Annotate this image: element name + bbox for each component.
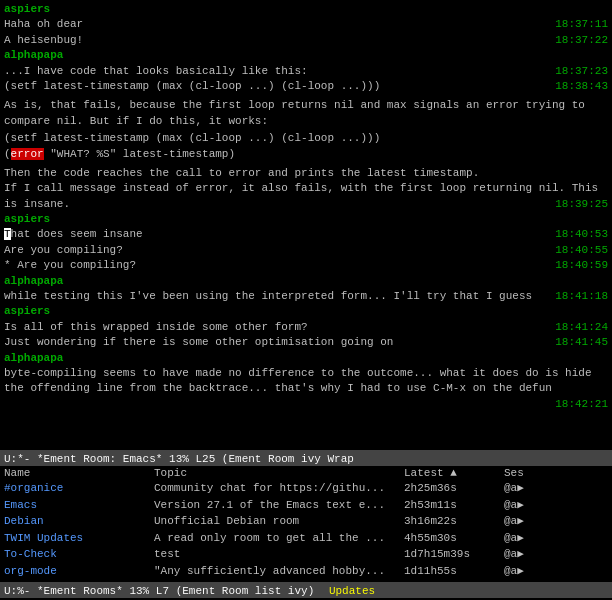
- chat-message: * Are you compiling? 18:40:59: [4, 258, 608, 273]
- room-name[interactable]: #organice: [4, 480, 154, 497]
- room-list-area: Name Topic Latest ▲ Ses #organice Commun…: [0, 466, 612, 582]
- chat-message-username: aspiers: [4, 304, 608, 319]
- room-topic: Unofficial Debian room: [154, 513, 404, 530]
- room-link[interactable]: Debian: [4, 515, 44, 527]
- timestamp: 18:37:23: [555, 64, 608, 79]
- room-topic: [154, 579, 404, 582]
- code-before: (: [4, 148, 11, 160]
- code-text: (setf latest-timestamp (max (cl-loop ...…: [4, 132, 380, 144]
- timestamp: 18:40:55: [555, 243, 608, 258]
- room-latest: 4h55m30s: [404, 530, 504, 547]
- chat-code-line: (setf latest-timestamp (max (cl-loop ...…: [4, 79, 608, 94]
- list-item[interactable]: Emacs Version 27.1 of the Emacs text e..…: [0, 497, 612, 514]
- room-topic: "Any sufficiently advanced hobby...: [154, 563, 404, 580]
- room-name[interactable]: !xbfPHSTwPySgaIeJnz:ma...: [4, 579, 154, 582]
- chat-message-username: aspiers: [4, 2, 608, 17]
- room-name[interactable]: Debian: [4, 513, 154, 530]
- room-latest: 2d3h52m31s: [404, 579, 504, 582]
- col-header-topic: Topic: [154, 467, 404, 479]
- message-text: A heisenbug!: [4, 34, 83, 46]
- chat-message-username: alphapapa: [4, 351, 608, 366]
- modeline-top: U:*- *Ement Room: Emacs* 13% L25 (Ement …: [0, 450, 612, 466]
- room-ses: @a▶: [504, 480, 564, 497]
- list-item[interactable]: To-Check test 1d7h15m39s @a▶: [0, 546, 612, 563]
- chat-message: Are you compiling? 18:40:55: [4, 243, 608, 258]
- room-link[interactable]: #organice: [4, 482, 63, 494]
- list-item[interactable]: org-mode "Any sufficiently advanced hobb…: [0, 563, 612, 580]
- chat-message: byte-compiling seems to have made no dif…: [4, 366, 608, 397]
- username-alphapapa: alphapapa: [4, 352, 63, 364]
- message-text: hat does seem insane: [11, 228, 143, 240]
- chat-message: Just wondering if there is some other op…: [4, 335, 608, 350]
- message-text: byte-compiling seems to have made no dif…: [4, 367, 592, 394]
- timestamp: 18:38:43: [555, 79, 608, 94]
- modeline-bottom: U:%- *Ement Rooms* 13% L7 (Ement Room li…: [0, 582, 612, 598]
- message-text: Then the code reaches the call to error …: [4, 167, 479, 179]
- room-latest: 1d11h55s: [404, 563, 504, 580]
- room-ses: @a▶: [504, 513, 564, 530]
- message-text: Haha oh dear: [4, 18, 83, 30]
- room-link[interactable]: !xbfPHSTwPySgaIeJnz:ma...: [4, 581, 169, 582]
- timestamp: 18:41:24: [555, 320, 608, 335]
- chat-message-username: alphapapa: [4, 274, 608, 289]
- room-ses: @a▶: [504, 563, 564, 580]
- updates-label: Updates: [329, 585, 375, 597]
- username-alphapapa: alphapapa: [4, 49, 63, 61]
- message-text: If I call message instead of error, it a…: [4, 182, 598, 209]
- room-ses: @a▶: [504, 497, 564, 514]
- chat-message: As is, that fails, because the first loo…: [4, 98, 608, 129]
- chat-message: If I call message instead of error, it a…: [4, 181, 608, 212]
- room-latest: 2h25m36s: [404, 480, 504, 497]
- room-topic: Community chat for https://githu...: [154, 480, 404, 497]
- list-item[interactable]: TWIM Updates A read only room to get all…: [0, 530, 612, 547]
- modeline-top-text: U:*- *Ement Room: Emacs* 13% L25 (Ement …: [4, 453, 354, 465]
- error-word: error: [11, 148, 44, 160]
- room-topic: test: [154, 546, 404, 563]
- timestamp: 18:40:59: [555, 258, 608, 273]
- room-topic: A read only room to get all the ...: [154, 530, 404, 547]
- room-name[interactable]: To-Check: [4, 546, 154, 563]
- room-ses: @a▶: [504, 579, 564, 582]
- modeline-bottom-text: U:%- *Ement Rooms* 13% L7 (Ement Room li…: [4, 585, 314, 597]
- timestamp: 18:40:53: [555, 227, 608, 242]
- list-item[interactable]: !xbfPHSTwPySgaIeJnz:ma... 2d3h52m31s @a▶: [0, 579, 612, 582]
- timestamp: 18:37:22: [555, 33, 608, 48]
- chat-message: Is all of this wrapped inside some other…: [4, 320, 608, 335]
- room-name[interactable]: TWIM Updates: [4, 530, 154, 547]
- username-alphapapa: alphapapa: [4, 275, 63, 287]
- timestamp: 18:39:25: [555, 197, 608, 212]
- list-item[interactable]: Debian Unofficial Debian room 3h16m22s @…: [0, 513, 612, 530]
- chat-message-username: alphapapa: [4, 48, 608, 63]
- col-header-latest: Latest ▲: [404, 467, 504, 479]
- list-item[interactable]: #organice Community chat for https://git…: [0, 480, 612, 497]
- chat-error-line: (error "WHAT? %S" latest-timestamp): [4, 147, 608, 162]
- room-topic: Version 27.1 of the Emacs text e...: [154, 497, 404, 514]
- room-name[interactable]: Emacs: [4, 497, 154, 514]
- room-list-header: Name Topic Latest ▲ Ses: [0, 466, 612, 480]
- code-text: (setf latest-timestamp (max (cl-loop ...…: [4, 80, 380, 92]
- message-text: while testing this I've been using the i…: [4, 290, 532, 302]
- room-ses: @a▶: [504, 530, 564, 547]
- room-link[interactable]: To-Check: [4, 548, 57, 560]
- cursor: T: [4, 228, 11, 240]
- room-latest: 1d7h15m39s: [404, 546, 504, 563]
- room-ses: @a▶: [504, 546, 564, 563]
- username-aspiers: aspiers: [4, 305, 50, 317]
- message-text: * Are you compiling?: [4, 259, 136, 271]
- message-text: Are you compiling?: [4, 244, 123, 256]
- chat-message: while testing this I've been using the i…: [4, 289, 608, 304]
- room-name[interactable]: org-mode: [4, 563, 154, 580]
- chat-message: Then the code reaches the call to error …: [4, 166, 608, 181]
- room-latest: 3h16m22s: [404, 513, 504, 530]
- message-text: As is, that fails, because the first loo…: [4, 99, 585, 126]
- col-header-ses: Ses: [504, 467, 564, 479]
- code-after: "WHAT? %S" latest-timestamp): [44, 148, 235, 160]
- chat-message: That does seem insane 18:40:53: [4, 227, 608, 242]
- room-latest: 2h53m11s: [404, 497, 504, 514]
- chat-message: A heisenbug! 18:37:22: [4, 33, 608, 48]
- room-link[interactable]: TWIM Updates: [4, 532, 83, 544]
- message-text: Just wondering if there is some other op…: [4, 336, 393, 348]
- room-link[interactable]: Emacs: [4, 499, 37, 511]
- chat-message: ...I have code that looks basically like…: [4, 64, 608, 79]
- room-link[interactable]: org-mode: [4, 565, 57, 577]
